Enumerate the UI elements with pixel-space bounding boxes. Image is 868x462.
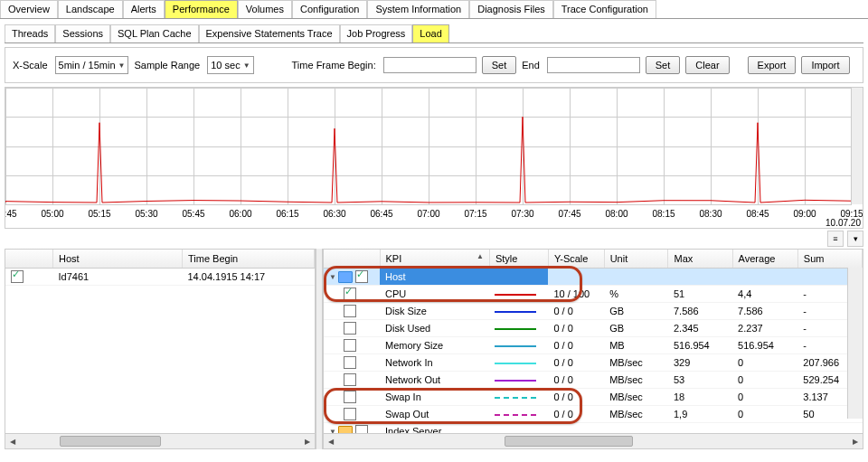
col-check[interactable] xyxy=(5,250,53,269)
sub-tab-expensive-statements-trace[interactable]: Expensive Statements Trace xyxy=(199,24,340,42)
cell-style xyxy=(489,389,548,406)
col-tree[interactable] xyxy=(324,250,380,269)
row-checkbox[interactable] xyxy=(344,322,356,335)
kpi-grid[interactable]: KPI▲StyleY-ScaleUnitMaxAverageSum ▼HostC… xyxy=(324,250,863,433)
cell-style xyxy=(489,354,548,372)
tab-diagnosis-files[interactable]: Diagnosis Files xyxy=(469,0,553,18)
tab-overview[interactable]: Overview xyxy=(0,0,58,18)
cell-yscale: 0 / 0 xyxy=(548,354,604,372)
col-y-scale[interactable]: Y-Scale xyxy=(548,250,604,269)
timeframe-begin-input[interactable] xyxy=(383,57,476,73)
col-kpi[interactable]: KPI▲ xyxy=(380,250,489,269)
tab-trace-configuration[interactable]: Trace Configuration xyxy=(553,0,656,18)
tab-performance[interactable]: Performance xyxy=(165,0,238,18)
splitter-vertical[interactable] xyxy=(316,249,323,449)
cell-yscale: 0 / 0 xyxy=(548,320,604,337)
sample-range-combo[interactable]: 10 sec ▼ xyxy=(207,56,253,74)
x-tick: 06:45 xyxy=(370,209,392,219)
clear-button[interactable]: Clear xyxy=(685,56,729,74)
cell-unit: MB xyxy=(604,337,668,354)
cell-kpi: Swap Out xyxy=(380,406,489,423)
table-row[interactable]: Network In0 / 0MB/sec3290207.966 xyxy=(324,354,863,372)
table-row[interactable]: Swap In0 / 0MB/sec1803.137 xyxy=(324,389,863,406)
table-row[interactable]: Network Out0 / 0MB/sec530529.254 xyxy=(324,372,863,389)
set-begin-button[interactable]: Set xyxy=(482,56,517,74)
sample-range-label: Sample Range xyxy=(134,60,200,71)
x-tick: 06:00 xyxy=(229,209,251,219)
chevron-down-icon: ▼ xyxy=(243,61,250,70)
x-tick: 07:45 xyxy=(558,209,580,219)
row-checkbox[interactable] xyxy=(344,373,356,386)
row-checkbox[interactable] xyxy=(344,305,356,317)
import-button[interactable]: Import xyxy=(801,56,849,74)
cell-kpi: Disk Size xyxy=(380,303,489,320)
row-checkbox[interactable] xyxy=(344,408,356,420)
table-row[interactable]: Swap Out0 / 0MB/sec1,9050 xyxy=(324,406,863,423)
sub-tab-job-progress[interactable]: Job Progress xyxy=(340,24,413,42)
chart-scrollbar-v[interactable] xyxy=(851,88,863,204)
col-average[interactable]: Average xyxy=(732,250,797,269)
cell-kpi: Network In xyxy=(380,354,489,372)
table-row[interactable]: Memory Size0 / 0MB516.954516.954- xyxy=(324,337,863,354)
load-chart[interactable]: 04:4505:0005:1505:3005:4506:0006:1506:30… xyxy=(5,87,863,229)
cell-unit: MB/sec xyxy=(604,389,668,406)
chart-toolbar: ≡ ▾ xyxy=(5,231,863,247)
tab-alerts[interactable]: Alerts xyxy=(123,0,165,18)
table-row[interactable]: Disk Size0 / 0GB7.5867.586- xyxy=(324,303,863,320)
x-tick: 07:15 xyxy=(464,209,486,219)
table-row[interactable]: ▼Host xyxy=(324,269,863,286)
row-checkbox[interactable] xyxy=(11,270,24,283)
col-host[interactable]: Host xyxy=(53,250,183,269)
tab-landscape[interactable]: Landscape xyxy=(58,0,123,18)
cell-kpi: Memory Size xyxy=(380,337,489,354)
cell-kpi: Swap In xyxy=(380,389,489,406)
timeframe-end-input[interactable] xyxy=(547,57,640,73)
row-checkbox[interactable] xyxy=(344,339,356,352)
tab-configuration[interactable]: Configuration xyxy=(292,0,367,18)
cell-max: 1,9 xyxy=(668,406,732,423)
scroll-right-icon[interactable]: ▶ xyxy=(300,434,315,448)
chart-tool-dropdown-icon[interactable]: ▾ xyxy=(847,231,863,247)
table-row[interactable]: Disk Used0 / 0GB2.3452.237- xyxy=(324,320,863,337)
row-checkbox[interactable] xyxy=(344,356,356,369)
chart-tool-icon[interactable]: ≡ xyxy=(827,231,844,247)
tab-system-information[interactable]: System Information xyxy=(367,0,469,18)
export-button[interactable]: Export xyxy=(748,56,797,74)
col-sum[interactable]: Sum xyxy=(797,250,862,269)
right-scrollbar-h[interactable]: ◀ ▶ xyxy=(324,433,863,448)
cell-yscale xyxy=(548,269,604,286)
host-grid[interactable]: Host Time Begin Id7461 14.04.1915 14:17 xyxy=(5,250,315,286)
cell-unit xyxy=(604,269,668,286)
right-scrollbar-v[interactable] xyxy=(847,268,863,419)
table-row[interactable]: CPU10 / 100%514,4- xyxy=(324,286,863,303)
row-checkbox[interactable] xyxy=(344,288,356,300)
scroll-left-icon[interactable]: ◀ xyxy=(324,434,338,448)
col-time-begin[interactable]: Time Begin xyxy=(183,250,315,269)
scroll-left-icon[interactable]: ◀ xyxy=(5,434,20,448)
cell-yscale: 0 / 0 xyxy=(548,372,604,389)
sub-tab-sql-plan-cache[interactable]: SQL Plan Cache xyxy=(110,24,199,42)
row-checkbox[interactable] xyxy=(344,391,356,403)
row-checkbox[interactable] xyxy=(355,425,368,433)
sub-tab-sessions[interactable]: Sessions xyxy=(55,24,110,42)
tab-volumes[interactable]: Volumes xyxy=(238,0,292,18)
cell-style xyxy=(489,269,548,286)
x-tick: 08:45 xyxy=(746,209,769,219)
x-tick: 07:30 xyxy=(511,209,533,219)
scroll-right-icon[interactable]: ▶ xyxy=(848,434,863,448)
set-end-button[interactable]: Set xyxy=(646,56,681,74)
col-unit[interactable]: Unit xyxy=(604,250,668,269)
table-row[interactable]: Id7461 14.04.1915 14:17 xyxy=(5,269,315,286)
row-checkbox[interactable] xyxy=(355,270,368,283)
expander-icon[interactable]: ▼ xyxy=(329,273,336,281)
cell-yscale: 0 / 0 xyxy=(548,303,604,320)
cell-style xyxy=(489,320,548,337)
xscale-combo[interactable]: 5min / 15min ▼ xyxy=(55,56,129,74)
table-row[interactable]: ▼Index Server xyxy=(324,423,863,434)
left-scrollbar-h[interactable]: ◀ ▶ xyxy=(5,433,315,448)
sub-tab-load[interactable]: Load xyxy=(412,24,448,42)
cell-style xyxy=(489,303,548,320)
col-style[interactable]: Style xyxy=(489,250,548,269)
sub-tab-threads[interactable]: Threads xyxy=(5,24,55,42)
col-max[interactable]: Max xyxy=(668,250,732,269)
